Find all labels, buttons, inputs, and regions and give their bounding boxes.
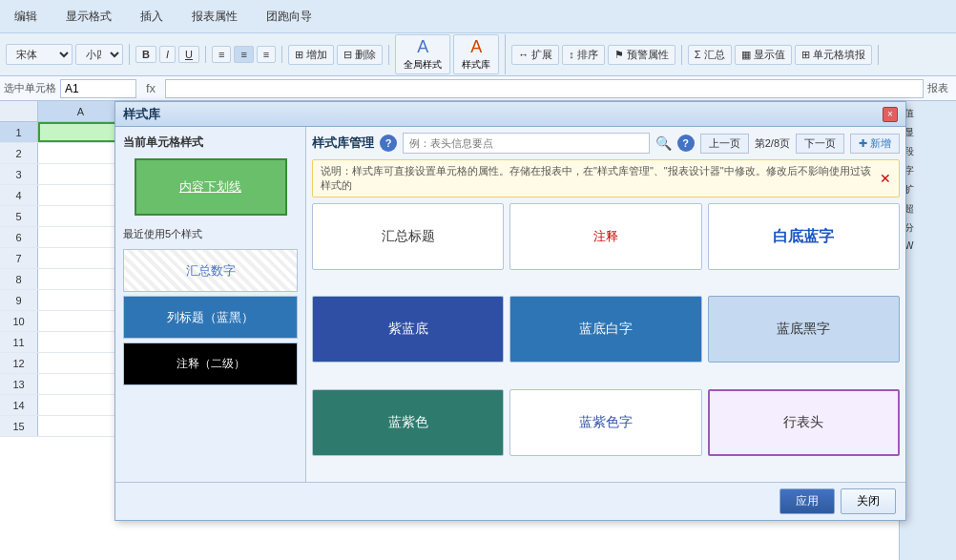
page-info: 第2/8页 bbox=[755, 136, 790, 151]
delete-icon: ⊟ bbox=[343, 49, 352, 61]
current-style-label: 当前单元格样式 bbox=[123, 135, 298, 151]
style-card-row-header[interactable]: 行表头 bbox=[708, 389, 900, 456]
style-grid: 汇总标题 注释 白底蓝字 紫蓝底 蓝底白字 蓝底黑字 蓝紫色 蓝紫色字 行表头 bbox=[312, 203, 900, 476]
cell-fill-btn[interactable]: ⊞ 单元格填报 bbox=[795, 45, 872, 65]
style-lib-icon: A bbox=[470, 37, 482, 57]
style-right-panel: 样式库管理 ? 🔍 ? 上一页 第2/8页 下一页 ✚ 新增 bbox=[306, 127, 905, 482]
notice-close-btn[interactable]: ✕ bbox=[880, 171, 891, 186]
sort-icon: ↕ bbox=[569, 49, 574, 60]
tab-report-props[interactable]: 报表属性 bbox=[181, 5, 248, 29]
right-panel-item: 段 bbox=[902, 143, 954, 160]
cell-fill-icon: ⊞ bbox=[801, 49, 810, 61]
right-panel-item: 字 bbox=[902, 162, 954, 179]
tab-insert[interactable]: 插入 bbox=[130, 5, 174, 29]
dialog-footer: 应用 关闭 bbox=[115, 482, 905, 520]
style-lib-title: 样式库管理 bbox=[312, 135, 374, 152]
style-card-blue-bg-black[interactable]: 蓝底黑字 bbox=[708, 296, 900, 363]
delete-btn[interactable]: ⊟ 删除 bbox=[337, 45, 383, 65]
recent-title: 最近使用5个样式 bbox=[123, 227, 298, 241]
fx-label: fx bbox=[140, 81, 161, 95]
bold-btn[interactable]: B bbox=[135, 46, 156, 63]
right-panel-item: 分 bbox=[902, 219, 954, 237]
style-card-blue-bg-white[interactable]: 蓝底白字 bbox=[509, 296, 701, 363]
notice-bar: 说明：样式库可直接设置单元格的属性。存储在报表中，在"样式库管理"、"报表设计器… bbox=[312, 159, 900, 197]
font-group: 宋体 小四 bbox=[6, 44, 130, 65]
formula-bar: 选中单元格 fx 报表 bbox=[0, 76, 956, 101]
dialog-footer-close-btn[interactable]: 关闭 bbox=[841, 488, 896, 514]
style-card-teal-bg[interactable]: 蓝紫色 bbox=[312, 389, 504, 456]
align-left-btn[interactable]: ≡ bbox=[212, 46, 231, 63]
alert-btn[interactable]: ⚑ 预警属性 bbox=[608, 45, 675, 65]
toolbar-bottom: 宋体 小四 B I U ≡ ≡ ≡ ⊞ 增加 ⊟ 删除 bbox=[0, 33, 956, 75]
sigma-icon: Σ bbox=[695, 49, 701, 60]
expand-icon: ↔ bbox=[518, 49, 529, 60]
italic-btn[interactable]: I bbox=[159, 46, 176, 63]
right-panel-item: 超 bbox=[902, 200, 954, 218]
alert-icon: ⚑ bbox=[614, 49, 624, 61]
new-style-btn[interactable]: ✚ 新增 bbox=[850, 134, 900, 154]
style-card-annotation[interactable]: 注释 bbox=[509, 203, 701, 270]
style-card-white-blue[interactable]: 白底蓝字 bbox=[708, 203, 900, 270]
font-selector[interactable]: 宋体 bbox=[6, 44, 73, 65]
align-group: ≡ ≡ ≡ bbox=[212, 46, 282, 63]
dialog-overlay: 样式库 × 当前单元格样式 内容下划线 最近使用5个样式 汇总数字 bbox=[0, 101, 956, 560]
recent-styles-list: 汇总数字 列标题（蓝黑） 注释（二级） bbox=[123, 249, 298, 474]
style-group: B I U bbox=[135, 46, 206, 63]
formula-input[interactable] bbox=[165, 79, 924, 98]
main-area: A B C D E F 1 2 bbox=[0, 101, 956, 560]
help-btn2[interactable]: ? bbox=[677, 135, 695, 152]
right-panel-item: 扩 bbox=[902, 181, 954, 198]
style-toolbar: 样式库管理 ? 🔍 ? 上一页 第2/8页 下一页 ✚ 新增 bbox=[312, 133, 900, 154]
expand-group: ↔ 扩展 ↕ 排序 ⚑ 预警属性 bbox=[511, 45, 682, 65]
right-panel: 值 显 段 字 扩 超 分 W bbox=[899, 101, 956, 560]
col-header-a[interactable]: A bbox=[38, 101, 124, 121]
cell-ref-input[interactable] bbox=[60, 79, 136, 98]
style-card-summary-title[interactable]: 汇总标题 bbox=[312, 203, 504, 270]
sort-btn[interactable]: ↕ 排序 bbox=[562, 45, 605, 65]
expand-btn[interactable]: ↔ 扩展 bbox=[511, 45, 559, 65]
align-center-btn[interactable]: ≡ bbox=[234, 46, 253, 63]
style-card-blue-purple-text[interactable]: 蓝紫色字 bbox=[509, 389, 701, 456]
style-lib-group: A 全局样式 A 样式库 bbox=[395, 34, 506, 74]
style-lib-btn[interactable]: A 样式库 bbox=[453, 34, 499, 74]
current-style-preview[interactable]: 内容下划线 bbox=[135, 158, 287, 216]
next-page-btn[interactable]: 下一页 bbox=[796, 134, 844, 154]
search-icon[interactable]: 🔍 bbox=[655, 135, 672, 151]
style-card-purple-blue-bg[interactable]: 紫蓝底 bbox=[312, 296, 504, 363]
align-right-btn[interactable]: ≡ bbox=[257, 46, 276, 63]
toolbar-top: 编辑 显示格式 插入 报表属性 团跑向导 bbox=[0, 0, 956, 33]
font-size-selector[interactable]: 小四 bbox=[75, 44, 123, 65]
underline-btn[interactable]: U bbox=[178, 46, 199, 63]
cell-a2[interactable] bbox=[38, 143, 124, 163]
tab-group-run[interactable]: 团跑向导 bbox=[256, 5, 322, 29]
help-btn[interactable]: ? bbox=[380, 135, 397, 152]
right-panel-item: 值 bbox=[902, 105, 954, 122]
dialog-body: 当前单元格样式 内容下划线 最近使用5个样式 汇总数字 列标题（蓝黑） bbox=[115, 127, 905, 482]
dialog-title: 样式库 bbox=[123, 106, 160, 123]
dialog-close-btn[interactable]: × bbox=[883, 107, 898, 122]
global-style-icon: A bbox=[417, 37, 428, 57]
show-val-icon: ▦ bbox=[741, 49, 751, 61]
cell-ref-label: 选中单元格 bbox=[4, 81, 56, 95]
tab-format[interactable]: 显示格式 bbox=[55, 5, 122, 29]
increase-icon: ⊞ bbox=[295, 49, 303, 61]
prev-page-btn[interactable]: 上一页 bbox=[700, 134, 749, 154]
style-search-input[interactable] bbox=[403, 133, 650, 154]
sum-group: Σ 汇总 ▦ 显示值 ⊞ 单元格填报 bbox=[688, 45, 879, 65]
apply-btn[interactable]: 应用 bbox=[779, 488, 835, 514]
dialog-title-bar: 样式库 × bbox=[115, 102, 905, 127]
plus-icon: ✚ bbox=[859, 137, 867, 150]
merge-group: ⊞ 增加 ⊟ 删除 bbox=[288, 45, 389, 65]
toolbar-area: 编辑 显示格式 插入 报表属性 团跑向导 宋体 小四 B I U ≡ ≡ ≡ bbox=[0, 0, 956, 76]
increase-btn[interactable]: ⊞ 增加 bbox=[288, 45, 334, 65]
sum-btn[interactable]: Σ 汇总 bbox=[688, 45, 732, 65]
row-num-header bbox=[0, 101, 38, 121]
show-val-btn[interactable]: ▦ 显示值 bbox=[735, 45, 792, 65]
tab-edit[interactable]: 编辑 bbox=[4, 5, 48, 29]
recent-style-summary-num[interactable]: 汇总数字 bbox=[123, 249, 298, 292]
cell-a1[interactable] bbox=[38, 122, 124, 142]
notice-text: 说明：样式库可直接设置单元格的属性。存储在报表中，在"样式库管理"、"报表设计器… bbox=[321, 164, 880, 193]
recent-style-col-title[interactable]: 列标题（蓝黑） bbox=[123, 296, 298, 339]
recent-style-annotation[interactable]: 注释（二级） bbox=[123, 342, 298, 385]
global-style-btn[interactable]: A 全局样式 bbox=[395, 34, 450, 74]
